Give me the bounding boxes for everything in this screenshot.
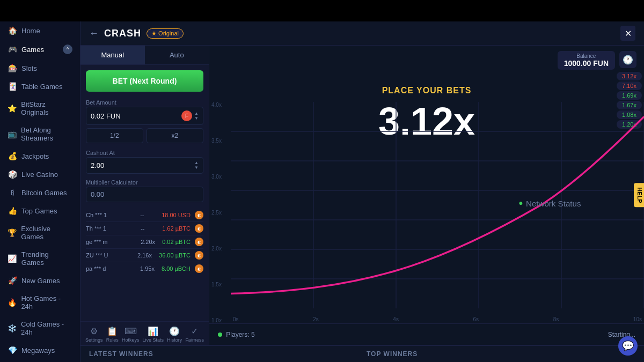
tab-row: Manual Auto [80,46,209,65]
bet-amount-value: 0.02 FUN [91,112,181,120]
bet-user: Ch *** 1 [86,212,138,218]
sidebar-item-slots[interactable]: 🎰 Slots [0,59,80,77]
y-axis-label: 2.5x [211,210,222,216]
y-axis-label: 3.0x [211,174,222,180]
left-panel: Manual Auto BET (Next Round) Bet Amount … [80,46,209,345]
half-button[interactable]: 1/2 [86,128,143,143]
balance-value: 1000.00 FUN [564,59,609,68]
sidebar-item-exclusive-games[interactable]: 🏆 Exclusive Games [0,220,80,246]
sidebar-item-table-games[interactable]: 🃏 Table Games [0,77,80,95]
help-button[interactable]: HELP [634,183,644,207]
cashout-value: 2.00 [91,161,194,169]
sidebar-label-trending-games: Trending Games [21,250,72,267]
sidebar-label-bitcoin-games: Bitcoin Games [21,189,67,197]
top-winners-section: TOP WINNERS [367,350,635,358]
y-axis-label: 4.0x [211,102,222,108]
top-bar [0,0,644,21]
sidebar-label-bitstarz-originals: BitStarz Originals [21,100,72,116]
sidebar-item-bitcoin-games[interactable]: ₿ Bitcoin Games [0,183,80,202]
x-axis-label: 4s [393,316,399,322]
sidebar-item-bet-along[interactable]: 📺 Bet Along Streamers [0,121,80,147]
multiplier-chip: 7.10x [617,82,642,90]
bet-amount: 18.00 USD [162,212,191,218]
user-avatar: ◐ [195,238,203,246]
live-stats-icon: 📊 [148,326,158,336]
crash-header: Balance 1000.00 FUN 🕐 [209,46,644,70]
multiplier-input[interactable]: 0.00 [86,187,203,202]
sidebar-item-buy-bonus[interactable]: 🎁 Buy Bonus Games [0,359,80,362]
tab-manual[interactable]: Manual [80,46,145,64]
multiplier-chip: 3.12x [617,72,642,80]
user-avatar: ◐ [195,264,203,273]
cashout-down-arrow[interactable]: ▼ [194,166,199,170]
crash-chart: 3.12x7.10x1.69x1.67x1.08x1.20x PLACE YOU… [209,70,644,345]
bet-row: ge *** m 2.20x 0.02 µBTC ◐ [86,235,203,249]
bet-multiplier: 2.16x [137,252,157,258]
sidebar-label-exclusive-games: Exclusive Games [21,225,72,241]
toolbar-fairness[interactable]: ✓ Fairness [185,326,204,343]
balance-label: Balance [564,53,609,59]
crash-panel: Balance 1000.00 FUN 🕐 3.12x7.10x1.69x1.6… [209,46,644,345]
bet-amount: 0.02 µBTC [162,239,191,245]
close-button[interactable]: ✕ [620,26,635,41]
y-axis-label: 1.0x [211,317,222,323]
bet-amount-input[interactable]: 0.02 FUN F ▲ ▼ [86,107,203,125]
back-button[interactable]: ← [89,28,99,39]
balance-box: Balance 1000.00 FUN [558,51,615,70]
sidebar-item-cold-games[interactable]: ❄️ Cold Games - 24h [0,315,80,341]
x-axis-label: 8s [553,316,559,322]
amount-down-arrow[interactable]: ▼ [194,116,199,121]
sidebar-item-new-games[interactable]: 🚀 New Games [0,271,80,290]
sidebar-label-table-games: Table Games [21,83,63,91]
sidebar-item-megaways[interactable]: 💎 Megaways [0,341,80,359]
x-axis-label: 2s [313,316,319,322]
double-button[interactable]: x2 [147,128,204,143]
sidebar-item-home[interactable]: 🏠 Home [0,21,80,40]
bottom-toolbar: ⚙ Settings 📋 Rules ⌨ Hotkeys 📊 Live Stat… [80,321,209,345]
bet-multiplier: -- [140,212,159,218]
toolbar-settings[interactable]: ⚙ Settings [85,326,103,343]
tab-auto[interactable]: Auto [145,46,209,64]
cashout-input[interactable]: 2.00 ▲ ▼ [86,157,203,174]
hotkeys-icon: ⌨ [125,326,137,336]
sidebar-item-live-casino[interactable]: 🎲 Live Casino [0,165,80,183]
hot-games-icon: 🔥 [8,298,17,307]
sidebar-item-top-games[interactable]: 👍 Top Games [0,202,80,220]
top-winners-title: TOP WINNERS [367,350,635,358]
sidebar-item-games[interactable]: 🎮 Games ^ [0,40,80,59]
sidebar-item-hot-games[interactable]: 🔥 Hot Games - 24h [0,290,80,315]
sidebar-item-trending-games[interactable]: 📈 Trending Games [0,246,80,271]
amount-stepper[interactable]: ▲ ▼ [194,112,199,121]
amount-up-arrow[interactable]: ▲ [194,112,199,116]
multiplier-calc-label: Multiplier Calculator [80,177,209,187]
sidebar-item-bitstarz-originals[interactable]: ⭐ BitStarz Originals [0,95,80,121]
bet-button[interactable]: BET (Next Round) [86,70,203,92]
live-stats-label: Live Stats [143,337,164,343]
toolbar-rules[interactable]: 📋 Rules [106,326,119,343]
cashout-up-arrow[interactable]: ▲ [194,161,199,165]
sidebar-label-hot-games: Hot Games - 24h [21,294,72,311]
latest-winners-section: LATEST WINNERS [89,350,358,358]
history-button[interactable]: 🕐 [619,51,636,68]
toolbar-live-stats[interactable]: 📊 Live Stats [143,326,164,343]
rules-label: Rules [106,337,119,343]
bet-multiplier: 2.20x [141,239,160,245]
sidebar-label-top-games: Top Games [21,207,57,215]
sidebar-label-games: Games [21,46,44,54]
exclusive-games-icon: 🏆 [8,228,17,237]
x-axis-label: 6s [473,316,479,322]
y-axis-label: 1.5x [211,282,222,287]
cold-games-icon: ❄️ [8,324,17,333]
toolbar-history[interactable]: 🕐 History [167,326,182,343]
cashout-stepper[interactable]: ▲ ▼ [194,161,199,170]
hotkeys-label: Hotkeys [122,337,140,343]
chat-button[interactable]: 💬 [618,336,638,356]
main-layout: 🏠 Home 🎮 Games ^ 🎰 Slots 🃏 Table Games ⭐… [0,21,644,362]
sidebar-item-jackpots[interactable]: 💰 Jackpots [0,147,80,165]
user-avatar: ◐ [195,224,203,233]
sidebar-label-live-casino: Live Casino [21,171,58,179]
slots-icon: 🎰 [8,64,17,72]
toolbar-hotkeys[interactable]: ⌨ Hotkeys [122,326,140,343]
bet-row: Th *** 1 -- 1.62 µBTC ◐ [86,222,203,235]
bet-amount: 1.62 µBTC [162,225,191,232]
